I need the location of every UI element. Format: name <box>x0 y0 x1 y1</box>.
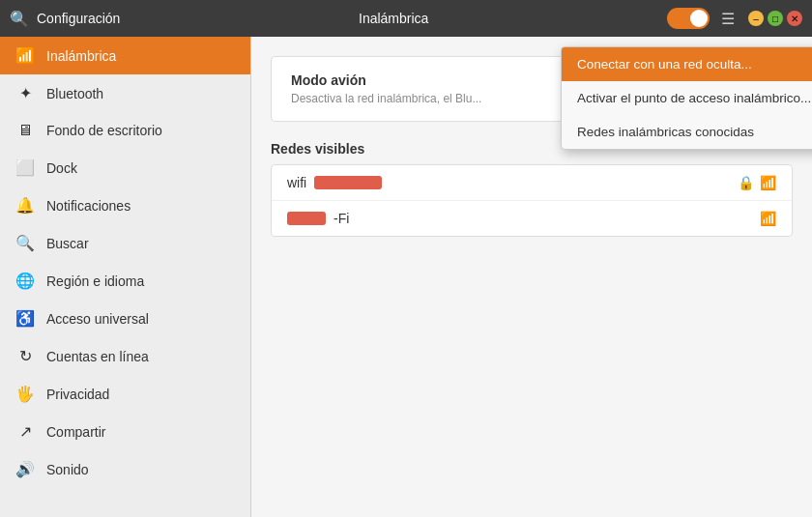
sidebar-item-cuentas[interactable]: ↻ Cuentas en línea <box>0 337 250 375</box>
dropdown-label-hidden-network: Conectar con una red oculta... <box>577 57 752 72</box>
redacted-name-1 <box>314 176 382 189</box>
accessibility-icon: ♿ <box>15 309 35 328</box>
privacy-icon: 🖐 <box>15 385 35 403</box>
share-icon: ↗ <box>15 422 35 441</box>
sidebar-item-buscar[interactable]: 🔍 Buscar <box>0 224 250 262</box>
region-icon: 🌐 <box>15 272 35 290</box>
dropdown-label-known-networks: Redes inalámbricas conocidas <box>577 125 754 139</box>
titlebar: 🔍 Configuración Inalámbrica ☰ – □ ✕ <box>0 0 812 37</box>
sidebar-label-fondo: Fondo de escritorio <box>46 123 162 138</box>
sidebar-item-sonido[interactable]: 🔊 Sonido <box>0 450 250 488</box>
main-layout: 📶 Inalámbrica ✦ Bluetooth 🖥 Fondo de esc… <box>0 37 812 517</box>
dropdown-label-hotspot: Activar el punto de acceso inalámbrico..… <box>577 91 811 105</box>
dropdown-item-hidden-network[interactable]: Conectar con una red oculta... <box>562 47 812 81</box>
wifi-toggle[interactable] <box>667 8 710 29</box>
sidebar-item-bluetooth[interactable]: ✦ Bluetooth <box>0 74 250 112</box>
sidebar-label-notificaciones: Notificaciones <box>46 198 130 214</box>
network-item-1[interactable]: wifi 🔒 📶 <box>272 165 792 201</box>
wifi-icon: 📶 <box>15 46 35 65</box>
sidebar-label-region: Región e idioma <box>46 273 144 289</box>
dropdown-item-hotspot[interactable]: Activar el punto de acceso inalámbrico..… <box>562 81 812 115</box>
menu-icon[interactable]: ☰ <box>721 10 735 28</box>
minimize-button[interactable]: – <box>748 11 764 26</box>
titlebar-right: ☰ – □ ✕ <box>667 8 802 29</box>
bluetooth-icon: ✦ <box>15 84 35 102</box>
context-menu: Conectar con una red oculta... Activar e… <box>561 46 812 150</box>
lock-icon: 🔒 <box>738 175 754 190</box>
accounts-icon: ↻ <box>15 347 35 365</box>
sidebar-item-dock[interactable]: ⬜ Dock <box>0 149 250 187</box>
sidebar-item-notificaciones[interactable]: 🔔 Notificaciones <box>0 187 250 224</box>
wifi-signal-icon-strong: 📶 <box>760 175 776 190</box>
sidebar-item-fondo[interactable]: 🖥 Fondo de escritorio <box>0 112 250 149</box>
sidebar-item-privacidad[interactable]: 🖐 Privacidad <box>0 375 250 413</box>
sidebar-label-privacidad: Privacidad <box>46 387 109 402</box>
redacted-name-2 <box>287 212 326 225</box>
network-item-2[interactable]: -Fi 📶 <box>272 201 792 236</box>
network-name-1: wifi <box>287 175 382 190</box>
sidebar-label-bluetooth: Bluetooth <box>46 86 103 101</box>
dock-icon: ⬜ <box>15 158 35 177</box>
toggle-thumb <box>690 10 708 27</box>
sidebar-item-inalambrica[interactable]: 📶 Inalámbrica <box>0 37 250 74</box>
sidebar-item-acceso[interactable]: ♿ Acceso universal <box>0 300 250 337</box>
sound-icon: 🔊 <box>15 460 35 478</box>
sidebar-label-sonido: Sonido <box>46 462 89 477</box>
sidebar-item-compartir[interactable]: ↗ Compartir <box>0 413 250 450</box>
titlebar-left: 🔍 Configuración <box>10 10 120 28</box>
sidebar-label-dock: Dock <box>46 160 77 176</box>
window-controls: – □ ✕ <box>748 11 802 26</box>
sidebar-item-region[interactable]: 🌐 Región e idioma <box>0 262 250 300</box>
desktop-icon: 🖥 <box>15 122 35 139</box>
app-title: Configuración <box>37 11 120 26</box>
notifications-icon: 🔔 <box>15 196 35 215</box>
sidebar-label-compartir: Compartir <box>46 424 105 440</box>
sidebar: 📶 Inalámbrica ✦ Bluetooth 🖥 Fondo de esc… <box>0 37 251 517</box>
close-button[interactable]: ✕ <box>787 11 802 26</box>
dropdown-item-known-networks[interactable]: Redes inalámbricas conocidas <box>562 115 812 149</box>
search-icon-sidebar: 🔍 <box>15 234 35 252</box>
sidebar-label-cuentas: Cuentas en línea <box>46 349 149 364</box>
sidebar-label-inalambrica: Inalámbrica <box>46 48 116 64</box>
content-area: Modo avión Desactiva la red inalámbrica,… <box>251 37 812 517</box>
section-title: Inalámbrica <box>120 11 667 26</box>
toggle-track[interactable] <box>667 8 710 29</box>
network-icons-2: 📶 <box>760 211 776 226</box>
networks-list: wifi 🔒 📶 -Fi 📶 <box>271 164 793 237</box>
network-name-2: -Fi <box>287 211 349 226</box>
network-icons-1: 🔒 📶 <box>738 175 776 190</box>
search-icon[interactable]: 🔍 <box>10 10 29 28</box>
sidebar-label-acceso: Acceso universal <box>46 311 149 327</box>
sidebar-label-buscar: Buscar <box>46 236 89 251</box>
maximize-button[interactable]: □ <box>768 11 783 26</box>
wifi-signal-icon-medium: 📶 <box>760 211 776 226</box>
